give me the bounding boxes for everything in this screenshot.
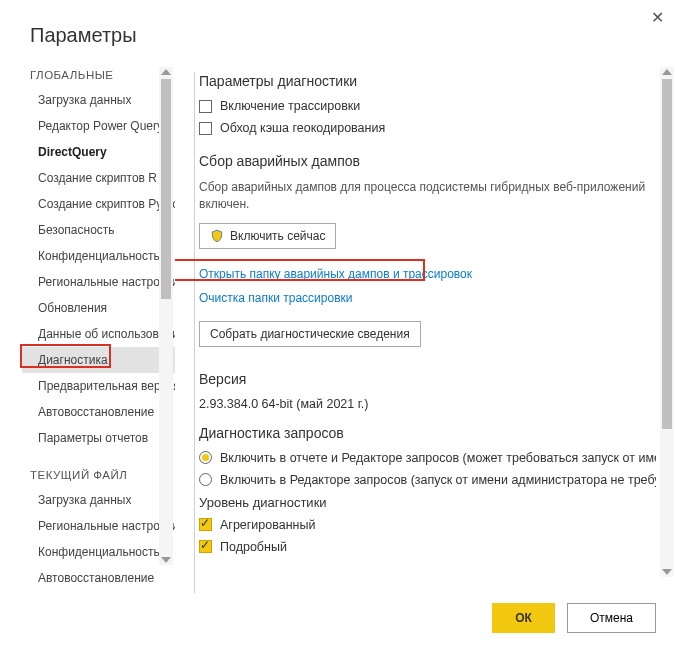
- sidebar-item-r-scripts[interactable]: Создание скриптов R: [30, 165, 175, 191]
- scrollbar-thumb[interactable]: [161, 79, 171, 299]
- content-panel: Параметры диагностики Включение трассиро…: [175, 61, 676, 591]
- radio-editor-only[interactable]: [199, 473, 212, 486]
- bypass-geocache-checkbox[interactable]: [199, 122, 212, 135]
- sidebar-item-preview[interactable]: Предварительная версия функций: [30, 373, 175, 399]
- scroll-up-icon[interactable]: [161, 69, 171, 75]
- radio-report-and-editor[interactable]: [199, 451, 212, 464]
- sidebar-item-security[interactable]: Безопасность: [30, 217, 175, 243]
- sidebar-item-usage[interactable]: Данные об использовании: [30, 321, 175, 347]
- enable-tracing-checkbox[interactable]: [199, 100, 212, 113]
- detailed-checkbox[interactable]: [199, 540, 212, 553]
- crash-dump-note: Сбор аварийных дампов для процесса подси…: [199, 179, 656, 213]
- scroll-down-icon[interactable]: [161, 557, 171, 563]
- sidebar-scrollbar[interactable]: [159, 67, 173, 565]
- page-title: Параметры: [0, 0, 676, 61]
- footer: ОК Отмена: [492, 603, 656, 633]
- sidebar-item-report-settings[interactable]: Параметры отчетов: [30, 425, 175, 451]
- aggregated-checkbox[interactable]: [199, 518, 212, 531]
- sidebar-item-autorecover[interactable]: Автовосстановление: [30, 399, 175, 425]
- sidebar-item-directquery[interactable]: DirectQuery: [30, 139, 175, 165]
- detailed-label: Подробный: [220, 540, 287, 554]
- query-diag-head: Диагностика запросов: [199, 425, 656, 441]
- scroll-down-icon[interactable]: [662, 569, 672, 575]
- sidebar-item-cf-regional[interactable]: Региональные настройки: [30, 513, 175, 539]
- diagnostic-settings-head: Параметры диагностики: [199, 73, 656, 89]
- enable-tracing-label: Включение трассировки: [220, 99, 360, 113]
- sidebar-section-global: ГЛОБАЛЬНЫЕ: [30, 61, 175, 87]
- version-value: 2.93.384.0 64-bit (май 2021 г.): [199, 397, 656, 411]
- scrollbar-thumb[interactable]: [662, 79, 672, 429]
- bypass-geocache-label: Обход кэша геокодирования: [220, 121, 385, 135]
- open-crash-folder-link[interactable]: Открыть папку аварийных дампов и трассир…: [199, 267, 656, 281]
- aggregated-label: Агрегированный: [220, 518, 315, 532]
- sidebar-item-data-load[interactable]: Загрузка данных: [30, 87, 175, 113]
- sidebar-item-cf-privacy[interactable]: Конфиденциальность: [30, 539, 175, 565]
- radio-report-and-editor-label: Включить в отчете и Редакторе запросов (…: [220, 451, 656, 465]
- sidebar-item-privacy[interactable]: Конфиденциальность: [30, 243, 175, 269]
- diag-level-head: Уровень диагностики: [199, 495, 656, 510]
- sidebar-item-cf-data-load[interactable]: Загрузка данных: [30, 487, 175, 513]
- collect-diag-label: Собрать диагностические сведения: [210, 327, 410, 341]
- cancel-button[interactable]: Отмена: [567, 603, 656, 633]
- content-scrollbar[interactable]: [660, 67, 674, 577]
- sidebar-item-updates[interactable]: Обновления: [30, 295, 175, 321]
- scroll-up-icon[interactable]: [662, 69, 672, 75]
- ok-button[interactable]: ОК: [492, 603, 555, 633]
- sidebar-item-pq-editor[interactable]: Редактор Power Query: [30, 113, 175, 139]
- close-icon[interactable]: ✕: [651, 8, 664, 27]
- sidebar-item-python-scripts[interactable]: Создание скриптов Python: [30, 191, 175, 217]
- clear-trace-folder-link[interactable]: Очистка папки трассировки: [199, 291, 656, 305]
- version-head: Версия: [199, 371, 656, 387]
- sidebar-item-regional[interactable]: Региональные настройки: [30, 269, 175, 295]
- collect-diag-button[interactable]: Собрать диагностические сведения: [199, 321, 421, 347]
- enable-now-button[interactable]: Включить сейчас: [199, 223, 336, 249]
- shield-icon: [210, 229, 224, 243]
- sidebar-item-diagnostics[interactable]: Диагностика: [22, 347, 175, 373]
- sidebar-item-cf-autorecover[interactable]: Автовосстановление: [30, 565, 175, 591]
- enable-now-label: Включить сейчас: [230, 229, 325, 243]
- crash-dump-head: Сбор аварийных дампов: [199, 153, 656, 169]
- sidebar-section-current: ТЕКУЩИЙ ФАЙЛ: [30, 461, 175, 487]
- radio-editor-only-label: Включить в Редакторе запросов (запуск от…: [220, 473, 656, 487]
- sidebar: ГЛОБАЛЬНЫЕ Загрузка данных Редактор Powe…: [0, 61, 175, 591]
